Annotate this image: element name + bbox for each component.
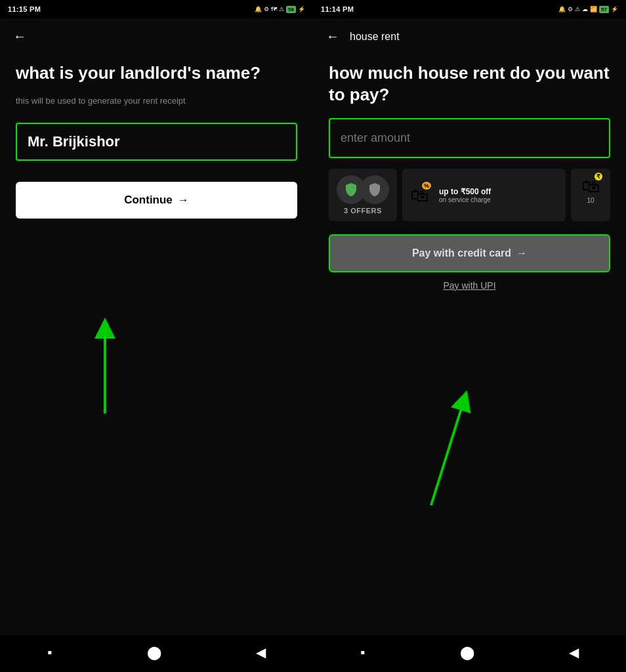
rent-question: how much house rent do you want to pay? bbox=[329, 62, 610, 105]
right-back-button[interactable]: ← bbox=[326, 29, 339, 44]
battery-indicator: 58 bbox=[286, 6, 296, 13]
amount-input[interactable] bbox=[329, 118, 610, 158]
shield-offer-icon-2 bbox=[360, 175, 389, 204]
continue-label: Continue bbox=[124, 194, 173, 207]
discount-desc: on service charge bbox=[439, 196, 491, 203]
discount-amount: up to ₹500 off bbox=[439, 187, 491, 196]
right-charging-icon: ⚡ bbox=[611, 6, 618, 12]
offers-card[interactable]: 3 OFFERS bbox=[329, 169, 397, 221]
cashback-offer-icon-wrap: 🛍 ₹ bbox=[581, 175, 600, 197]
landlord-name-input[interactable] bbox=[16, 123, 297, 161]
right-bottom-nav: ▪ ⬤ ◀ bbox=[313, 635, 626, 672]
right-square-nav-button[interactable]: ▪ bbox=[360, 645, 365, 660]
settings-icon: ⚙ bbox=[264, 6, 269, 12]
left-status-time: 11:15 PM bbox=[8, 5, 41, 13]
cashback-badge: ₹ bbox=[595, 173, 602, 180]
circle-nav-button[interactable]: ⬤ bbox=[147, 644, 161, 660]
notification-icon: 🔔 bbox=[255, 6, 262, 12]
alert-icon: ⚠ bbox=[279, 6, 284, 12]
right-back-nav-button[interactable]: ◀ bbox=[569, 644, 579, 660]
right-cloud-icon: ☁ bbox=[582, 6, 588, 12]
left-content: what is your landlord's name? this will … bbox=[0, 49, 313, 635]
continue-button[interactable]: Continue → bbox=[16, 182, 297, 219]
right-status-bar: 11:14 PM 🔔 ⚙ ⚠ ☁ 📶 57 ⚡ bbox=[313, 0, 626, 18]
right-content: how much house rent do you want to pay? bbox=[313, 49, 626, 635]
left-back-button[interactable]: ← bbox=[13, 29, 26, 44]
cashback-offer-card[interactable]: 🛍 ₹ 10 bbox=[571, 169, 610, 221]
discount-badge: % bbox=[422, 182, 431, 190]
right-alert-icon: ⚠ bbox=[575, 6, 580, 12]
landlord-sub-text: this will be used to generate your rent … bbox=[16, 94, 297, 108]
right-status-icons: 🔔 ⚙ ⚠ ☁ 📶 57 ⚡ bbox=[558, 6, 618, 13]
landlord-question: what is your landlord's name? bbox=[16, 62, 297, 84]
left-status-bar: 11:15 PM 🔔 ⚙ 🗺 ⚠ 58 ⚡ bbox=[0, 0, 313, 18]
offers-count-label: 3 OFFERS bbox=[344, 207, 382, 215]
pay-credit-label: Pay with credit card bbox=[412, 247, 511, 259]
pay-upi-link[interactable]: Pay with UPI bbox=[443, 280, 495, 291]
continue-arrow-icon: → bbox=[178, 194, 189, 207]
discount-offer-icon-wrap: 🛍 % bbox=[410, 184, 428, 206]
square-nav-button[interactable]: ▪ bbox=[47, 645, 52, 660]
left-bottom-nav: ▪ ⬤ ◀ bbox=[0, 635, 313, 672]
right-status-time: 11:14 PM bbox=[321, 5, 354, 13]
right-notification-icon: 🔔 bbox=[558, 6, 566, 12]
maps-icon: 🗺 bbox=[271, 6, 277, 12]
charging-icon: ⚡ bbox=[298, 6, 305, 12]
left-phone-panel: 11:15 PM 🔔 ⚙ 🗺 ⚠ 58 ⚡ ← what is your lan… bbox=[0, 0, 313, 672]
cashback-label: 10 bbox=[587, 197, 594, 204]
left-nav-bar: ← bbox=[0, 18, 313, 49]
discount-offer-text: up to ₹500 off on service charge bbox=[439, 187, 491, 203]
right-settings-icon: ⚙ bbox=[568, 6, 573, 12]
pay-credit-card-button[interactable]: Pay with credit card → bbox=[329, 234, 610, 272]
page-title: house rent bbox=[350, 31, 400, 43]
offers-strip: 3 OFFERS 🛍 % up to ₹500 off on service c… bbox=[329, 169, 610, 221]
right-phone-panel: 11:14 PM 🔔 ⚙ ⚠ ☁ 📶 57 ⚡ ← house rent how… bbox=[313, 0, 626, 672]
right-nav-bar: ← house rent bbox=[313, 18, 626, 49]
right-circle-nav-button[interactable]: ⬤ bbox=[460, 644, 474, 660]
left-status-icons: 🔔 ⚙ 🗺 ⚠ 58 ⚡ bbox=[255, 6, 305, 13]
back-nav-button[interactable]: ◀ bbox=[256, 644, 266, 660]
right-battery-indicator: 57 bbox=[599, 6, 609, 13]
discount-offer-card[interactable]: 🛍 % up to ₹500 off on service charge bbox=[402, 169, 566, 221]
pay-credit-arrow-icon: → bbox=[516, 247, 527, 259]
right-signal-icon: 📶 bbox=[590, 6, 597, 12]
